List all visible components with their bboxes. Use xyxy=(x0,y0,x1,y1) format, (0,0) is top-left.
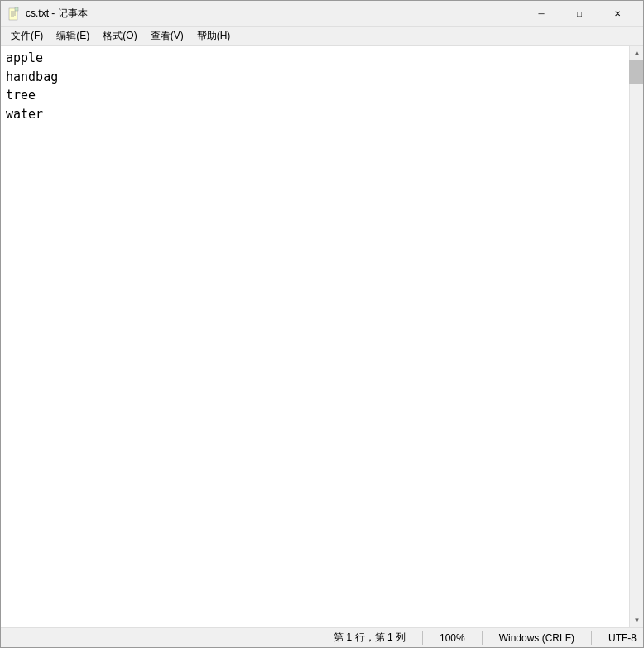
window-controls: ─ □ ✕ xyxy=(522,1,637,27)
status-separator-3 xyxy=(591,631,592,645)
app-icon xyxy=(7,7,21,21)
scroll-down-button[interactable]: ▼ xyxy=(630,613,643,627)
menu-help[interactable]: 帮助(H) xyxy=(190,27,238,45)
minimize-button[interactable]: ─ xyxy=(522,1,560,27)
maximize-button[interactable]: □ xyxy=(560,1,598,27)
encoding: UTF-8 xyxy=(608,632,637,644)
svg-rect-1 xyxy=(15,7,18,11)
scroll-up-button[interactable]: ▲ xyxy=(630,46,643,60)
text-editor[interactable] xyxy=(1,46,643,627)
close-button[interactable]: ✕ xyxy=(598,1,637,27)
window-title: cs.txt - 记事本 xyxy=(26,7,522,21)
status-bar: 第 1 行，第 1 列 100% Windows (CRLF) UTF-8 xyxy=(1,627,643,647)
zoom-level: 100% xyxy=(440,632,465,644)
scrollbar-track: ▲ ▼ xyxy=(629,46,643,627)
cursor-position: 第 1 行，第 1 列 xyxy=(334,631,406,645)
menu-view[interactable]: 查看(V) xyxy=(144,27,190,45)
title-bar: cs.txt - 记事本 ─ □ ✕ xyxy=(1,1,643,27)
editor-area: ▲ ▼ xyxy=(1,46,643,627)
scrollbar-thumb[interactable] xyxy=(629,60,643,84)
menu-bar: 文件(F) 编辑(E) 格式(O) 查看(V) 帮助(H) xyxy=(1,27,643,46)
menu-file[interactable]: 文件(F) xyxy=(4,27,50,45)
status-separator-1 xyxy=(422,631,423,645)
menu-format[interactable]: 格式(O) xyxy=(96,27,143,45)
notepad-window: cs.txt - 记事本 ─ □ ✕ 文件(F) 编辑(E) 格式(O) 查看(… xyxy=(0,0,644,648)
line-ending: Windows (CRLF) xyxy=(499,632,574,644)
status-separator-2 xyxy=(482,631,483,645)
menu-edit[interactable]: 编辑(E) xyxy=(50,27,96,45)
